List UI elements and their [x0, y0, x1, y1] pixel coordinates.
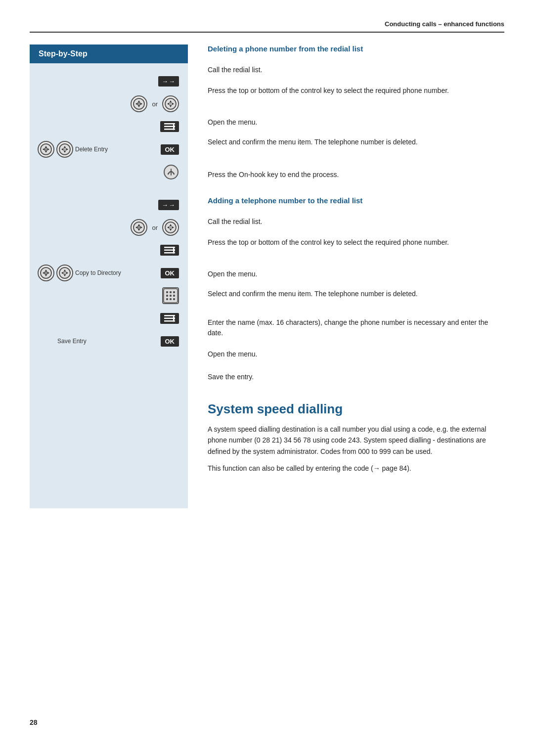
svg-rect-67 — [173, 298, 175, 300]
delete-step-5-text: Press the On-hook key to end the process… — [208, 170, 339, 180]
delete-step-1-text: Call the redial list. — [208, 65, 263, 75]
control-key-icon-2 — [162, 95, 179, 112]
step-row-ctrl2: or — [35, 218, 183, 237]
step-row-menu3 — [35, 309, 183, 328]
ctrl-group-1: or — [131, 95, 179, 112]
delete-step-2-text: Press the top or bottom of the control k… — [208, 86, 449, 96]
delete-step-3: Open the menu. — [208, 112, 504, 132]
add-step-3-text: Open the menu. — [208, 269, 257, 279]
page: Conducting calls – enhanced functions St… — [0, 0, 534, 756]
svg-rect-62 — [166, 295, 168, 297]
step-row-keypad — [35, 286, 183, 306]
svg-rect-61 — [173, 291, 175, 293]
svg-rect-65 — [166, 298, 168, 300]
ctrl-group-2: or — [131, 219, 179, 236]
step-row-menu2 — [35, 240, 183, 260]
svg-rect-27 — [63, 148, 66, 151]
delete-step-4-text: Select and confirm the menu item. The te… — [208, 137, 418, 147]
ok-button-2[interactable]: OK — [161, 268, 179, 278]
page-header-text: Conducting calls – enhanced functions — [385, 20, 504, 28]
control-key-icon-6 — [162, 219, 179, 236]
svg-rect-63 — [170, 295, 172, 297]
svg-rect-11 — [169, 102, 172, 105]
step-row-menu1 — [35, 117, 183, 136]
control-key-icon-1 — [131, 95, 147, 112]
add-step-4: Select and confirm the menu item. The te… — [208, 287, 504, 312]
svg-rect-41 — [169, 226, 172, 229]
delete-step-1: Call the redial list. — [208, 59, 504, 81]
or-text-2: or — [152, 224, 158, 231]
control-key-icon-3 — [38, 141, 54, 158]
add-step-4-text: Select and confirm the menu item. The te… — [208, 289, 418, 299]
add-step-7-text: Save the entry. — [208, 372, 254, 382]
or-text-1: or — [152, 100, 158, 108]
forward-arrow-icon: →→ — [158, 76, 179, 87]
keypad-icon — [162, 287, 179, 304]
add-step-2-text: Press the top or bottom of the control k… — [208, 237, 449, 248]
step-row-arrow2: →→ — [35, 195, 183, 215]
add-step-5-text: Enter the name (max. 16 characters), cha… — [208, 317, 504, 338]
svg-rect-21 — [44, 148, 47, 151]
forward-arrow-icon-2: →→ — [158, 200, 179, 210]
control-key-icon-5 — [131, 219, 147, 236]
svg-rect-51 — [44, 271, 47, 274]
system-speed-para2: This function can also be called by ente… — [208, 463, 504, 474]
sidebar: Step-by-Step →→ — [30, 44, 188, 704]
svg-rect-57 — [63, 271, 66, 274]
add-step-5: Enter the name (max. 16 characters), cha… — [208, 315, 504, 341]
svg-rect-5 — [137, 102, 140, 105]
step-row-copy-directory: Copy to Directory OK — [35, 263, 183, 283]
section-spacer — [35, 185, 183, 195]
add-step-2: Press the top or bottom of the control k… — [208, 235, 504, 261]
add-step-6-text: Open the menu. — [208, 349, 257, 359]
system-speed-title: System speed dialling — [208, 401, 504, 417]
delete-step-3-text: Open the menu. — [208, 117, 257, 128]
step-row-delete-entry: Delete Entry OK — [35, 139, 183, 159]
delete-step-4: Select and confirm the menu item. The te… — [208, 135, 504, 161]
copy-to-directory-label: Copy to Directory — [73, 269, 161, 276]
step-row-save-entry: Save Entry OK — [35, 331, 183, 351]
add-section-title: Adding a telephone number to the redial … — [208, 196, 504, 205]
step-by-step-header: Step-by-Step — [30, 44, 188, 63]
menu-icon-2 — [160, 245, 179, 256]
main-content: Deleting a phone number from the redial … — [188, 44, 504, 704]
menu-icon-3 — [160, 313, 179, 324]
add-step-1: Call the redial list. — [208, 211, 504, 232]
delete-entry-label: Delete Entry — [73, 146, 161, 153]
ctrl-group-copy — [38, 265, 73, 281]
sidebar-body: →→ — [30, 63, 188, 508]
control-key-icon-4 — [56, 141, 73, 158]
step-row-arrow1: →→ — [35, 71, 183, 91]
svg-rect-64 — [173, 295, 175, 297]
add-step-7: Save the entry. — [208, 367, 504, 387]
save-entry-label: Save Entry — [38, 338, 161, 345]
ok-button-3[interactable]: OK — [161, 336, 179, 347]
add-step-6: Open the menu. — [208, 344, 504, 364]
step-row-onhook — [35, 162, 183, 182]
svg-rect-59 — [166, 291, 168, 293]
svg-rect-35 — [137, 226, 140, 229]
add-step-3: Open the menu. — [208, 264, 504, 284]
svg-rect-66 — [170, 298, 172, 300]
svg-rect-60 — [170, 291, 172, 293]
ok-button-1[interactable]: OK — [161, 144, 179, 155]
add-step-1-text: Call the redial list. — [208, 217, 263, 227]
onhook-icon — [163, 164, 179, 180]
menu-icon-1 — [160, 121, 179, 132]
delete-section-title: Deleting a phone number from the redial … — [208, 44, 504, 53]
content-area: Step-by-Step →→ — [30, 44, 504, 704]
ctrl-group-delete — [38, 141, 73, 158]
control-key-icon-7 — [38, 265, 54, 281]
step-row-ctrl1: or — [35, 94, 183, 114]
system-speed-para1: A system speed dialling destination is a… — [208, 424, 504, 457]
control-key-icon-8 — [56, 265, 73, 281]
delete-step-5: Press the On-hook key to end the process… — [208, 164, 504, 185]
page-header: Conducting calls – enhanced functions — [30, 20, 504, 33]
page-number: 28 — [30, 704, 504, 726]
delete-step-2: Press the top or bottom of the control k… — [208, 84, 504, 109]
